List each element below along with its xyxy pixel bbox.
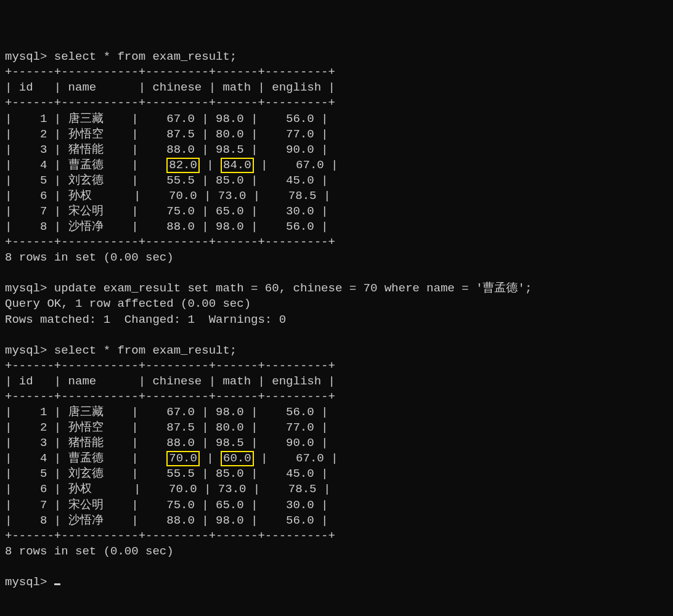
- highlight-math: 84.0: [221, 158, 254, 173]
- highlight-chinese: 82.0: [166, 158, 200, 173]
- terminal-output: mysql> select * from exam_result; +-----…: [5, 49, 668, 590]
- highlight-chinese: 70.0: [166, 451, 200, 466]
- cursor: [54, 583, 60, 585]
- highlight-math: 60.0: [221, 451, 254, 466]
